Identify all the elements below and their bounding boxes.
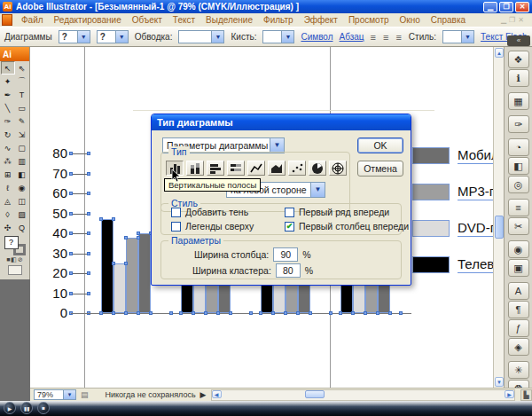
menu-help[interactable]: Справка bbox=[426, 14, 471, 26]
legend-item[interactable]: DVD-пл. bbox=[412, 220, 493, 237]
paragraph-panel-icon[interactable]: ¶ bbox=[508, 301, 529, 318]
scroll-up-icon[interactable]: ▲ bbox=[495, 48, 504, 58]
pen-tool[interactable]: ✒ bbox=[1, 88, 15, 101]
brush-combo[interactable]: ▼ bbox=[262, 30, 294, 43]
color-mode-icon[interactable]: ■ bbox=[6, 256, 10, 263]
statusbar-corner-icon[interactable]: ▙ bbox=[520, 389, 532, 401]
gradient-mode-icon[interactable]: ◧ bbox=[11, 256, 17, 263]
line-tool[interactable]: ╲ bbox=[1, 101, 15, 114]
scroll-left-icon[interactable]: ◀ bbox=[212, 390, 222, 398]
stop-button[interactable]: ■ bbox=[37, 402, 50, 414]
zoom-tool[interactable]: Q bbox=[15, 221, 29, 234]
checkbox-icon[interactable] bbox=[171, 208, 181, 217]
cancel-button[interactable]: Отмена bbox=[357, 161, 403, 177]
live-paint-bucket-tool[interactable]: ◬ bbox=[1, 194, 15, 208]
magic-wand-tool[interactable]: ✦ bbox=[1, 75, 15, 88]
play-button[interactable]: ▶ bbox=[4, 402, 16, 414]
checkmark-icon[interactable]: ✔ bbox=[285, 222, 294, 232]
fill-proxy-combo[interactable]: ? ▼ bbox=[59, 30, 90, 43]
vertical-scroll-thumb[interactable] bbox=[495, 216, 504, 239]
gradient-panel-icon[interactable]: ◔ bbox=[508, 138, 529, 156]
chart-bar[interactable] bbox=[113, 263, 126, 313]
dock-collapse-tab[interactable]: « bbox=[507, 35, 530, 46]
checkbox-first-column-in-front[interactable]: ✔ Первый столбец впереди bbox=[285, 221, 409, 232]
symbol-panel-icon[interactable]: ◉ bbox=[508, 240, 529, 258]
chart-bar[interactable] bbox=[101, 219, 113, 313]
chart-type-radar-icon[interactable] bbox=[329, 161, 347, 176]
stroke-proxy-combo[interactable]: ? ▼ bbox=[97, 30, 129, 43]
chart-type-line-icon[interactable] bbox=[247, 161, 265, 176]
magnify-panel-icon[interactable]: ◎ bbox=[508, 176, 529, 193]
pencil-tool[interactable]: ✎ bbox=[15, 114, 29, 128]
restore-button[interactable]: ❐ bbox=[499, 2, 513, 12]
horizontal-scrollbar[interactable]: ◀ ▶ bbox=[211, 389, 515, 401]
symbol-panel-link[interactable]: Символ bbox=[301, 32, 332, 42]
legend-item[interactable]: Мобил. bbox=[412, 147, 493, 164]
zoom-level-combo[interactable]: 79% ▾ bbox=[34, 389, 76, 400]
chart-type-scatter-icon[interactable] bbox=[288, 161, 306, 176]
align-left-icon[interactable]: ≡ bbox=[371, 32, 377, 43]
lasso-tool[interactable]: ⌒ bbox=[15, 75, 29, 88]
hand-tool[interactable]: ✣ bbox=[1, 221, 15, 234]
mesh-tool[interactable]: ⊞ bbox=[1, 168, 15, 181]
graph-tool[interactable]: ▥ bbox=[15, 154, 29, 168]
checkbox-legend-on-top[interactable]: Легенды сверху bbox=[171, 221, 254, 232]
dialog-title-bar[interactable]: Тип диаграммы bbox=[152, 114, 411, 130]
menu-filter[interactable]: Фильтр bbox=[258, 14, 299, 26]
swatches-panel-icon[interactable]: ▦ bbox=[508, 92, 529, 110]
legend-item[interactable]: Телевиз bbox=[412, 256, 493, 273]
rectangle-tool[interactable]: ▭ bbox=[15, 101, 29, 114]
selection-tool[interactable]: ↖ bbox=[1, 61, 15, 75]
stroke-panel-icon[interactable]: ≡ bbox=[508, 199, 529, 216]
slice-tool[interactable]: ▨ bbox=[15, 208, 29, 221]
rotate-tool[interactable]: ↻ bbox=[1, 128, 15, 141]
blend-tool[interactable]: ◉ bbox=[15, 181, 29, 194]
mdi-window-controls[interactable]: ▁❐✕ bbox=[501, 16, 532, 24]
style-combo[interactable]: ▼ bbox=[442, 30, 474, 43]
info-panel-icon[interactable]: ℹ bbox=[508, 69, 529, 87]
menu-object[interactable]: Объект bbox=[127, 14, 168, 26]
horizontal-scroll-thumb[interactable] bbox=[305, 390, 325, 398]
brushes-panel-icon[interactable]: ✑ bbox=[508, 115, 529, 133]
checkbox-add-shadow[interactable]: Добавить тень bbox=[171, 207, 248, 217]
appearance-panel-icon[interactable]: ✳ bbox=[508, 361, 529, 379]
scroll-right-icon[interactable]: ▶ bbox=[505, 390, 514, 398]
stroke-weight-combo[interactable]: ▼ bbox=[178, 30, 224, 43]
chart-type-bar-icon[interactable] bbox=[207, 161, 224, 176]
paragraph-panel-link[interactable]: Абзац bbox=[340, 32, 364, 42]
live-paint-selection-tool[interactable]: ◫ bbox=[15, 194, 29, 208]
chart-type-pie-icon[interactable] bbox=[309, 161, 326, 176]
checkbox-icon[interactable] bbox=[285, 208, 294, 217]
minimize-button[interactable]: ▁ bbox=[483, 2, 497, 12]
chart-bar[interactable] bbox=[138, 233, 151, 313]
fill-swatch[interactable]: ? bbox=[4, 236, 19, 249]
align-center-icon[interactable]: ≡ bbox=[383, 32, 389, 43]
menu-edit[interactable]: Редактирование bbox=[49, 14, 127, 26]
direct-selection-tool[interactable]: ⇖ bbox=[15, 61, 29, 75]
menu-type[interactable]: Текст bbox=[168, 14, 200, 26]
column-width-input[interactable]: 90 bbox=[273, 247, 298, 262]
fill-stroke-indicator[interactable]: ? bbox=[4, 236, 26, 255]
artboard-panel-icon[interactable]: ▣ bbox=[508, 259, 529, 277]
ok-button[interactable]: OK bbox=[357, 137, 403, 153]
screen-mode-button[interactable] bbox=[8, 265, 22, 275]
menu-file[interactable]: Файл bbox=[16, 14, 49, 26]
chart-bar[interactable] bbox=[126, 238, 138, 314]
cluster-width-input[interactable]: 80 bbox=[276, 263, 301, 278]
none-mode-icon[interactable]: ⊘ bbox=[18, 256, 23, 263]
status-menu-arrow-icon[interactable]: ▶ bbox=[200, 390, 207, 399]
scroll-down-icon[interactable]: ▼ bbox=[495, 377, 504, 387]
vertical-scrollbar[interactable]: ▲ ▼ bbox=[493, 47, 504, 388]
pathfinder-panel-icon[interactable]: ✂ bbox=[508, 217, 529, 235]
close-button[interactable]: ✕ bbox=[515, 2, 529, 12]
chart-type-stacked-bar-icon[interactable] bbox=[227, 161, 245, 176]
chart-type-stacked-column-icon[interactable] bbox=[186, 161, 204, 176]
transparency-panel-icon[interactable]: ◧ bbox=[508, 157, 529, 175]
eyedropper-tool[interactable]: ℓ bbox=[1, 181, 15, 194]
opentype-panel-icon[interactable]: ƒ bbox=[508, 319, 529, 337]
menu-effect[interactable]: Эффект bbox=[299, 14, 343, 26]
gradient-tool[interactable]: ◧ bbox=[15, 168, 29, 181]
character-panel-icon[interactable]: A bbox=[508, 282, 529, 300]
type-tool[interactable]: T bbox=[15, 88, 29, 101]
paintbrush-tool[interactable]: ✑ bbox=[1, 114, 15, 128]
